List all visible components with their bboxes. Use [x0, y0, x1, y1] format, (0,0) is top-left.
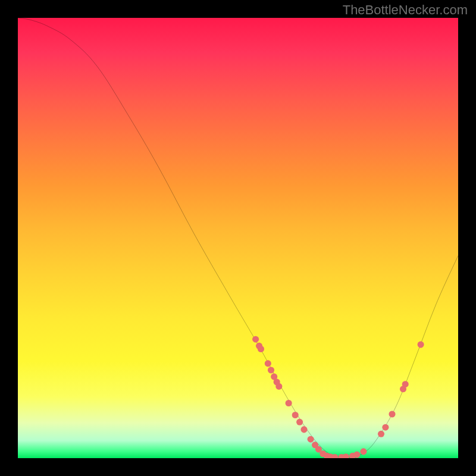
bottleneck-curve	[18, 18, 458, 458]
marker-point	[418, 342, 424, 348]
chart-svg	[18, 18, 458, 458]
marker-point	[268, 367, 274, 373]
marker-point	[353, 452, 360, 458]
attribution-text: TheBottleNecker.com	[343, 2, 468, 18]
marker-point	[378, 431, 384, 437]
marker-point	[300, 426, 307, 433]
marker-point	[343, 453, 349, 458]
marker-point	[296, 419, 303, 425]
marker-point	[275, 383, 282, 390]
marker-point	[286, 400, 292, 406]
marker-point	[258, 346, 264, 352]
chart-plot-area	[18, 18, 458, 458]
marker-point	[389, 411, 395, 417]
marker-point	[292, 412, 299, 418]
marker-group	[252, 336, 424, 458]
marker-point	[308, 436, 314, 443]
marker-point	[382, 424, 389, 431]
marker-point	[360, 448, 367, 455]
marker-point	[265, 360, 271, 367]
marker-point	[402, 381, 409, 387]
marker-point	[252, 336, 259, 343]
